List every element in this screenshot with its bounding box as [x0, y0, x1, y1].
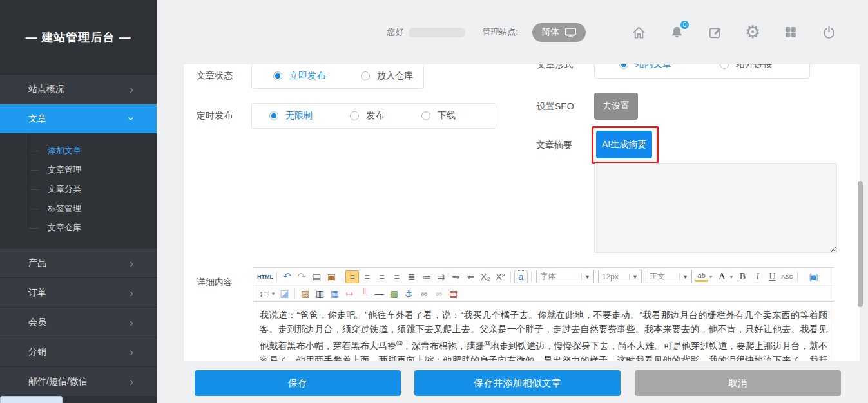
- align-center-icon[interactable]: ≡: [360, 270, 374, 283]
- chevron-right-icon: ›: [130, 257, 133, 269]
- bell-icon[interactable]: 0: [668, 24, 685, 41]
- article-status-group: 立即发布 放入仓库: [251, 64, 424, 89]
- indent-firstline-icon[interactable]: ⇉: [434, 270, 448, 283]
- font-color-caret-icon[interactable]: ▾: [728, 270, 735, 283]
- unordered-list-icon[interactable]: ≔: [420, 270, 433, 283]
- summary-textarea[interactable]: [594, 163, 837, 253]
- monitor-icon: [564, 27, 577, 38]
- select-caret-icon: ▼: [581, 274, 590, 280]
- insert-image-icon[interactable]: ▨: [298, 287, 312, 300]
- align-right-icon[interactable]: ≡: [375, 270, 389, 283]
- paste-plain-icon[interactable]: ▣: [325, 270, 338, 283]
- radio-icon: [269, 111, 278, 120]
- highlight-caret-icon[interactable]: ▾: [708, 270, 714, 283]
- article-form-card: 文章形式 站内文章 站外链接 文章状态 立即发布 放入仓库 定时发布: [184, 64, 860, 361]
- font-size-select[interactable]: 12px▼: [598, 270, 642, 283]
- toolbar-separator: [276, 272, 277, 282]
- home-icon[interactable]: [630, 24, 647, 41]
- content-label: 详细内容: [197, 277, 233, 288]
- line-height-caret-icon[interactable]: ▾: [270, 287, 276, 300]
- remove-format-icon[interactable]: ◪: [278, 287, 291, 300]
- gear-icon[interactable]: ⚙: [744, 24, 761, 41]
- paragraph-format-select[interactable]: 正文▼: [646, 270, 692, 283]
- submenu-item-article-warehouse[interactable]: 文章仓库: [0, 218, 157, 238]
- footer-action-bar: 保存 保存并添加相似文章 取消: [157, 361, 868, 403]
- print-icon[interactable]: ▤: [310, 270, 323, 283]
- sidebar-item-site-overview[interactable]: 站点概况 ›: [0, 74, 157, 104]
- username-redacted: [409, 28, 465, 37]
- align-justify-icon[interactable]: ≡: [390, 270, 403, 283]
- subscript-icon[interactable]: X₂: [479, 270, 492, 283]
- grid-apps-icon[interactable]: [782, 24, 799, 41]
- autotypeset-icon[interactable]: a: [514, 270, 528, 283]
- superscript-icon[interactable]: X²: [494, 270, 507, 283]
- page: — 建站管理后台 — 站点概况 › 文章 › 添加文章 文章管理 文章分类 标签…: [0, 0, 868, 403]
- font-color-icon[interactable]: A: [715, 270, 729, 283]
- sidebar-item-articles[interactable]: 文章 ›: [0, 104, 157, 133]
- insert-video-icon[interactable]: ▥: [313, 287, 327, 300]
- submenu-item-tag-manage[interactable]: 标签管理: [0, 199, 157, 218]
- save-and-add-similar-button[interactable]: 保存并添加相似文章: [414, 370, 621, 396]
- indent-icon[interactable]: ⇒: [449, 270, 463, 283]
- chevron-right-icon: ›: [130, 375, 133, 388]
- strikethrough-icon[interactable]: ABC: [780, 270, 794, 283]
- radio-offline[interactable]: 下线: [421, 110, 456, 122]
- bold-icon[interactable]: B: [736, 270, 749, 283]
- editor-content-area[interactable]: 我说道：“爸爸，你走吧。”他往车外看了看，说：“我买几个橘子去。你就在此地，不要…: [253, 302, 834, 361]
- word-import-icon[interactable]: ▤: [447, 287, 460, 300]
- chevron-right-icon: ›: [130, 286, 133, 299]
- anchor-icon[interactable]: ⚓: [402, 287, 416, 300]
- submenu-item-add-article[interactable]: 添加文章: [0, 141, 157, 160]
- sidebar-item-orders[interactable]: 订单 ›: [0, 277, 157, 307]
- radio-icon: [421, 111, 430, 120]
- topbar: 您好 管理站点: 简体 0 ⚙: [157, 0, 868, 64]
- radio-site-article[interactable]: 站内文章: [619, 64, 671, 70]
- sidebar-item-mail-sms-wechat[interactable]: 邮件/短信/微信 ›: [0, 366, 157, 396]
- unlink-icon[interactable]: ∞: [432, 287, 445, 300]
- manage-site-label: 管理站点:: [482, 26, 518, 38]
- app-logo: — 建站管理后台 —: [0, 0, 157, 74]
- article-type-label: 文章形式: [537, 64, 573, 71]
- cancel-button[interactable]: 取消: [635, 370, 841, 396]
- horizontal-rule-icon[interactable]: —: [372, 287, 386, 300]
- sidebar-item-distribution[interactable]: 分销 ›: [0, 337, 157, 366]
- compose-icon[interactable]: [706, 24, 723, 41]
- undo-icon[interactable]: ↶: [280, 270, 294, 283]
- column-split-icon[interactable]: ╨: [358, 287, 371, 300]
- radio-publish-now[interactable]: 立即发布: [273, 70, 325, 82]
- radio-publish[interactable]: 发布: [350, 110, 384, 122]
- italic-icon[interactable]: I: [751, 270, 764, 283]
- sidebar-item-members[interactable]: 会员 ›: [0, 307, 157, 337]
- radio-external-link[interactable]: 站外链接: [720, 64, 772, 70]
- submenu-item-article-manage[interactable]: 文章管理: [0, 160, 157, 180]
- line-height-icon[interactable]: ↕≡: [257, 287, 271, 300]
- save-button[interactable]: 保存: [195, 370, 401, 396]
- redo-icon[interactable]: ↷: [295, 270, 309, 283]
- align-left-icon[interactable]: ≡: [345, 270, 359, 283]
- toolbar-separator: [797, 272, 798, 282]
- radio-no-limit[interactable]: 无限制: [269, 110, 313, 122]
- sidebar-item-products[interactable]: 产品 ›: [0, 248, 157, 277]
- footnote-ref-13: ⒀: [485, 340, 490, 346]
- source-html-button[interactable]: HTML: [257, 270, 273, 283]
- radio-to-warehouse[interactable]: 放入仓库: [361, 70, 413, 82]
- insert-table-icon[interactable]: ▦: [328, 287, 342, 300]
- language-toggle-button[interactable]: 简体: [532, 23, 586, 42]
- underline-icon[interactable]: U: [766, 270, 779, 283]
- power-icon[interactable]: [820, 24, 837, 41]
- ordered-list-icon[interactable]: ≣: [405, 270, 418, 283]
- timed-publish-label: 定时发布: [197, 110, 233, 122]
- toolbar-separator: [531, 272, 532, 282]
- pagebreak-icon[interactable]: ↦: [343, 287, 356, 300]
- highlight-color-icon[interactable]: ab: [695, 272, 708, 282]
- seo-settings-button[interactable]: 去设置: [594, 93, 638, 120]
- outdent-icon[interactable]: ⇐: [464, 270, 477, 283]
- screenshot-icon[interactable]: ▩: [387, 287, 401, 300]
- submenu-item-article-category[interactable]: 文章分类: [0, 180, 157, 199]
- ai-generate-summary-button[interactable]: AI生成摘要: [596, 131, 652, 158]
- preview-screen-icon[interactable]: ▣: [807, 270, 820, 283]
- font-family-select[interactable]: 字体▼: [536, 270, 594, 283]
- link-icon[interactable]: ∞: [417, 287, 430, 300]
- vertical-scrollbar-thumb[interactable]: [858, 181, 863, 307]
- radio-icon: [350, 111, 359, 120]
